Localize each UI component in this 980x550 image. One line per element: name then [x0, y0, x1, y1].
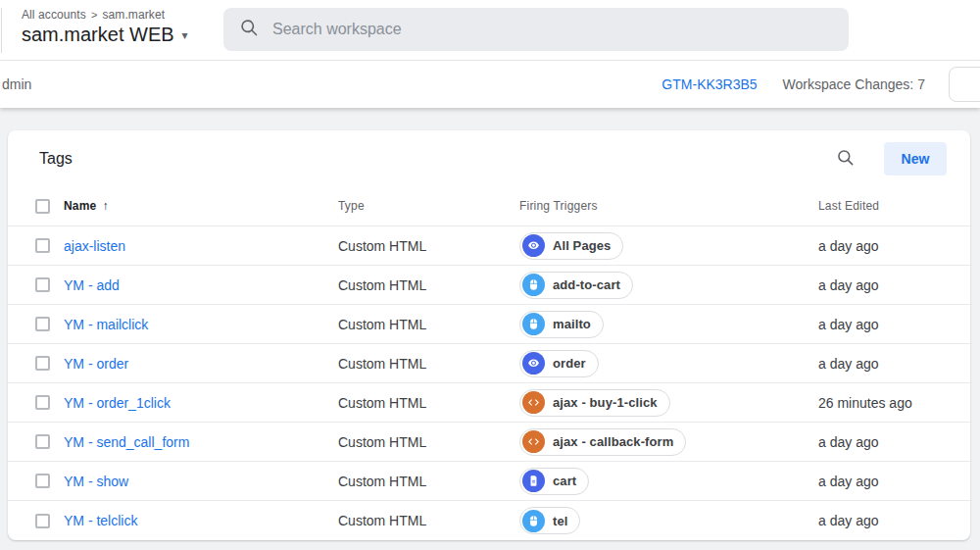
- column-header-type[interactable]: Type: [338, 199, 519, 213]
- preview-button-partial[interactable]: [949, 67, 980, 102]
- toolbar: dmin GTM-KK3R3B5 Workspace Changes:7: [0, 61, 980, 108]
- content-area: Tags New Name↑ Type Firing Triggers Last…: [0, 108, 980, 540]
- trigger-chip[interactable]: tel: [519, 507, 580, 534]
- gtm-workspace-page: All accounts>sam.market sam.market WEB ▾…: [0, 0, 980, 550]
- table-row: ajax-listen Custom HTML All Pages a day …: [8, 226, 970, 266]
- tag-type: Custom HTML: [338, 317, 519, 332]
- last-edited: a day ago: [818, 434, 970, 450]
- trigger-chip[interactable]: ajax - callback-form: [519, 428, 686, 456]
- tag-name-link[interactable]: YM - show: [64, 474, 128, 489]
- row-checkbox[interactable]: [35, 395, 50, 410]
- container-title[interactable]: sam.market WEB ▾: [22, 24, 188, 46]
- row-checkbox[interactable]: [35, 277, 50, 292]
- column-header-last-edited[interactable]: Last Edited: [818, 199, 970, 213]
- click-mouse-icon: [522, 313, 545, 335]
- toolbar-right: GTM-KK3R3B5 Workspace Changes:7: [662, 76, 980, 92]
- row-checkbox[interactable]: [35, 474, 50, 488]
- sort-ascending-icon: ↑: [102, 199, 108, 213]
- trigger-chip[interactable]: cart: [519, 468, 589, 495]
- last-edited: 26 minutes ago: [818, 395, 970, 411]
- container-title-text: sam.market WEB: [22, 24, 174, 46]
- top-header: All accounts>sam.market sam.market WEB ▾: [0, 0, 980, 61]
- tag-name-link[interactable]: YM - mailclick: [64, 317, 148, 332]
- column-header-name[interactable]: Name↑: [64, 199, 338, 213]
- last-edited: a day ago: [818, 513, 970, 528]
- row-checkbox[interactable]: [35, 356, 50, 371]
- workspace-changes-label: Workspace Changes:: [783, 76, 914, 92]
- tag-type: Custom HTML: [338, 513, 519, 528]
- tag-name-link[interactable]: YM - send_call_form: [64, 434, 189, 450]
- workspace-searchbox[interactable]: [223, 8, 849, 51]
- breadcrumb: All accounts>sam.market: [22, 8, 188, 22]
- new-tag-button[interactable]: New: [884, 142, 947, 175]
- trigger-label: cart: [553, 474, 576, 488]
- breadcrumb-chevron-icon: >: [91, 9, 98, 21]
- last-edited: a day ago: [818, 474, 970, 489]
- row-checkbox[interactable]: [35, 514, 50, 528]
- tag-type: Custom HTML: [338, 277, 519, 293]
- tag-type: Custom HTML: [338, 238, 519, 254]
- last-edited: a day ago: [818, 317, 970, 332]
- search-icon: [836, 148, 855, 170]
- container-id-link[interactable]: GTM-KK3R3B5: [662, 76, 757, 92]
- last-edited: a day ago: [818, 356, 970, 372]
- page-document-icon: [522, 470, 545, 492]
- left-edge-divider: [1, 8, 2, 53]
- trigger-label: All Pages: [553, 238, 611, 253]
- table-row: YM - send_call_form Custom HTML ajax - c…: [8, 423, 970, 462]
- workspace-changes: Workspace Changes:7: [783, 76, 925, 92]
- trigger-chip[interactable]: ajax - buy-1-click: [519, 389, 670, 417]
- tab-admin[interactable]: dmin: [2, 76, 31, 92]
- breadcrumb-all-accounts[interactable]: All accounts: [22, 8, 86, 22]
- pageview-eye-icon: [522, 234, 545, 257]
- tag-type: Custom HTML: [338, 474, 519, 489]
- search-input[interactable]: [272, 21, 833, 38]
- trigger-label: tel: [553, 514, 567, 528]
- custom-event-code-icon: [522, 391, 545, 414]
- search-tags-button[interactable]: [831, 145, 858, 173]
- row-checkbox[interactable]: [35, 238, 50, 253]
- trigger-label: ajax - callback-form: [553, 434, 673, 449]
- click-mouse-icon: [522, 510, 545, 532]
- tag-name-link[interactable]: YM - order_1click: [64, 395, 171, 411]
- trigger-label: ajax - buy-1-click: [553, 395, 658, 410]
- account-title-block: All accounts>sam.market sam.market WEB ▾: [22, 8, 188, 46]
- last-edited: a day ago: [818, 238, 970, 254]
- select-all-checkbox[interactable]: [35, 199, 50, 214]
- workspace-changes-count: 7: [917, 76, 925, 92]
- table-row: YM - show Custom HTML cart a day ago: [8, 462, 970, 501]
- last-edited: a day ago: [818, 277, 970, 293]
- table-row: YM - order_1click Custom HTML ajax - buy…: [8, 383, 970, 423]
- trigger-label: add-to-cart: [553, 277, 620, 292]
- table-row: YM - add Custom HTML add-to-cart a day a…: [8, 266, 970, 305]
- panel-title: Tags: [39, 150, 73, 168]
- table-row: YM - telclick Custom HTML tel a day ago: [8, 501, 970, 540]
- table-row: YM - mailclick Custom HTML mailto a day …: [8, 305, 970, 344]
- chevron-down-icon: ▾: [182, 28, 188, 42]
- click-mouse-icon: [522, 274, 545, 296]
- tag-name-link[interactable]: YM - add: [64, 277, 120, 293]
- tag-name-link[interactable]: YM - telclick: [64, 513, 137, 528]
- tag-type: Custom HTML: [338, 395, 519, 411]
- table-body: ajax-listen Custom HTML All Pages a day …: [8, 226, 970, 540]
- tags-panel-header: Tags New: [8, 130, 970, 186]
- trigger-chip[interactable]: order: [519, 350, 599, 377]
- row-checkbox[interactable]: [35, 317, 50, 331]
- pageview-eye-icon: [522, 352, 545, 375]
- trigger-label: mailto: [553, 317, 591, 331]
- trigger-label: order: [553, 356, 586, 371]
- tag-type: Custom HTML: [338, 434, 519, 450]
- table-row: YM - order Custom HTML order a day ago: [8, 344, 970, 383]
- trigger-chip[interactable]: All Pages: [519, 232, 623, 260]
- breadcrumb-account[interactable]: sam.market: [102, 8, 165, 22]
- table-header-row: Name↑ Type Firing Triggers Last Edited: [8, 186, 970, 226]
- tag-name-link[interactable]: YM - order: [64, 356, 128, 372]
- custom-event-code-icon: [522, 430, 545, 453]
- search-icon: [239, 18, 259, 41]
- column-header-firing-triggers[interactable]: Firing Triggers: [519, 199, 818, 213]
- tag-name-link[interactable]: ajax-listen: [64, 238, 125, 254]
- row-checkbox[interactable]: [35, 434, 50, 449]
- trigger-chip[interactable]: mailto: [519, 311, 604, 338]
- trigger-chip[interactable]: add-to-cart: [519, 272, 633, 299]
- tag-type: Custom HTML: [338, 356, 519, 372]
